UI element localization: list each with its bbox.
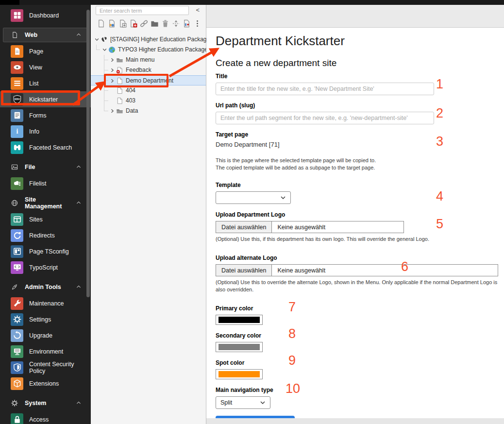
primary-color-input[interactable] <box>216 315 263 325</box>
tree-guide-line <box>104 101 108 101</box>
sidebar-item-settings[interactable]: Settings <box>0 311 91 327</box>
toolbar-new-page-red-button[interactable] <box>129 18 137 29</box>
chevron-right-icon[interactable] <box>109 76 115 86</box>
spot-color-group: Spot color <box>216 359 504 379</box>
info-icon: i <box>11 125 23 138</box>
toolbar-new-page-plus-button[interactable] <box>118 18 127 29</box>
toolbar-folder-button[interactable] <box>150 18 159 29</box>
sidebar-item-kickstarter[interactable]: EDUKickstarter <box>0 91 91 107</box>
sidebar-item-extensions[interactable]: Extensions <box>0 375 91 391</box>
target-page-label: Target page <box>216 131 504 138</box>
sidebar-item-faceted-search[interactable]: Faceted Search <box>0 139 91 155</box>
spot-color-input[interactable] <box>216 369 263 379</box>
sidebar-item-label: Extensions <box>29 380 59 387</box>
sidebar-item-label: Access <box>29 416 49 423</box>
chevron-down-icon[interactable] <box>94 34 100 45</box>
doc-icon <box>11 45 23 58</box>
sidebar-section-header-file[interactable]: File <box>3 160 87 174</box>
sidebar-item-page-tsconfig[interactable]: Page TSconfig <box>0 243 91 259</box>
sidebar-item-label: Faceted Search <box>29 144 72 151</box>
sidebar-item-label: Sites <box>29 216 43 223</box>
sidebar-item-label: Maintenance <box>29 300 64 307</box>
slug-label: Url path (slug) <box>216 102 504 109</box>
wrench-icon <box>11 297 23 310</box>
sidebar-item-label: Redirects <box>29 232 55 239</box>
sidebar-item-filelist[interactable]: Filelist <box>0 175 91 191</box>
template-select[interactable] <box>216 191 291 204</box>
sidebar-item-view[interactable]: View <box>0 59 91 75</box>
chevron-down-icon <box>280 195 286 201</box>
more-options-icon[interactable] <box>193 18 202 29</box>
sidebar-item-forms[interactable]: Forms <box>0 107 91 123</box>
sidebar-item-page[interactable]: Page <box>0 43 91 59</box>
sidebar-item-typoscript[interactable]: TypoScript <box>0 259 91 275</box>
chevron-up-icon <box>76 164 82 170</box>
panel-icon <box>11 245 23 258</box>
collapse-tree-icon[interactable]: < <box>196 6 200 14</box>
sidebar-item-info[interactable]: iInfo <box>0 123 91 139</box>
rocket-icon <box>11 283 18 291</box>
tree-guide-line <box>104 90 108 91</box>
title-input[interactable] <box>216 83 434 95</box>
chevron-down-icon[interactable] <box>101 45 107 55</box>
sidebar-item-environment[interactable]: Environment <box>0 343 91 359</box>
sidebar-item-list[interactable]: List <box>0 75 91 91</box>
template-field-group: Template <box>216 182 504 204</box>
globe-icon <box>108 46 116 53</box>
sidebar-item-label: Page TSconfig <box>29 248 69 255</box>
tree-toolbar <box>97 18 202 29</box>
toolbar-link-button[interactable] <box>139 18 148 29</box>
sidebar-section-header-web[interactable]: Web <box>3 28 87 42</box>
tree-search-input[interactable] <box>96 6 189 15</box>
tree-node-typo3-higher-education-package[interactable]: TYPO3 Higher Education Package <box>91 45 206 55</box>
tree-node-label: Feedback <box>126 65 151 75</box>
chevron-right-icon[interactable] <box>109 65 115 75</box>
tree-node-staging-higher-education-package-si[interactable]: [STAGING] Higher Education Package Si <box>91 34 206 45</box>
sidebar-item-redirects[interactable]: Redirects <box>0 227 91 243</box>
secondary-color-input[interactable] <box>216 342 263 352</box>
tree-node-label: 404 <box>126 85 135 96</box>
sidebar-item-upgrade[interactable]: Upgrade <box>0 327 91 343</box>
nav-type-select[interactable]: Split <box>216 396 270 409</box>
server-icon <box>11 345 23 358</box>
department-logo-file-input[interactable]: Datei auswählen Keine ausgewählt <box>216 221 404 233</box>
tree-node-label: Main menu <box>126 55 154 65</box>
sidebar-item-label: Settings <box>29 316 51 323</box>
file-choose-button[interactable]: Datei auswählen <box>216 221 272 233</box>
chevron-up-icon <box>76 284 82 290</box>
secondary-color-group: Secondary color <box>216 332 504 352</box>
toolbar-new-page-users-button[interactable] <box>107 18 116 29</box>
tree-guide-line <box>96 50 100 50</box>
top-bar-corner <box>0 0 19 5</box>
sidebar-item-dashboard[interactable]: Dashboard <box>0 7 91 23</box>
sidebar-section: Dashboard <box>0 7 91 23</box>
toolbar-cut-button[interactable] <box>172 18 181 29</box>
module-menu: DashboardWebPageViewListEDUKickstarterFo… <box>0 7 91 424</box>
image-outline-icon <box>11 163 18 171</box>
redirect-icon <box>11 229 23 242</box>
title-label: Title <box>216 73 504 80</box>
list-icon <box>11 77 23 90</box>
chevron-right-icon[interactable] <box>109 106 115 116</box>
folder-icon <box>116 56 123 64</box>
toolbar-new-page-button[interactable] <box>97 18 105 29</box>
code-icon <box>11 261 23 274</box>
typo3-icon <box>101 36 108 43</box>
sidebar-item-maintenance[interactable]: Maintenance <box>0 295 91 311</box>
sidebar-item-sites[interactable]: Sites <box>0 211 91 227</box>
sidebar-section-header-site-management[interactable]: Site Management <box>3 196 87 210</box>
toolbar-page-colored-button[interactable] <box>183 18 191 29</box>
sidebar-scrollbar[interactable] <box>86 10 90 297</box>
nav-type-label: Main navigation type <box>216 387 504 393</box>
file-choose-button[interactable]: Datei auswählen <box>216 265 272 276</box>
alternate-logo-file-input[interactable]: Datei auswählen Keine ausgewählt <box>216 264 498 276</box>
sidebar-section-header-system[interactable]: System <box>3 396 87 410</box>
sidebar-section-header-admin-tools[interactable]: Admin Tools <box>3 280 87 294</box>
title-field-group: Title <box>216 73 504 95</box>
sidebar-item-access[interactable]: Access <box>0 411 91 424</box>
slug-input[interactable] <box>216 112 434 124</box>
toolbar-trash-button[interactable] <box>161 18 170 29</box>
sidebar-item-content-security-policy[interactable]: Content Security Policy <box>0 359 91 375</box>
chevron-right-icon[interactable] <box>109 55 115 65</box>
doc-outline-icon <box>11 31 18 39</box>
